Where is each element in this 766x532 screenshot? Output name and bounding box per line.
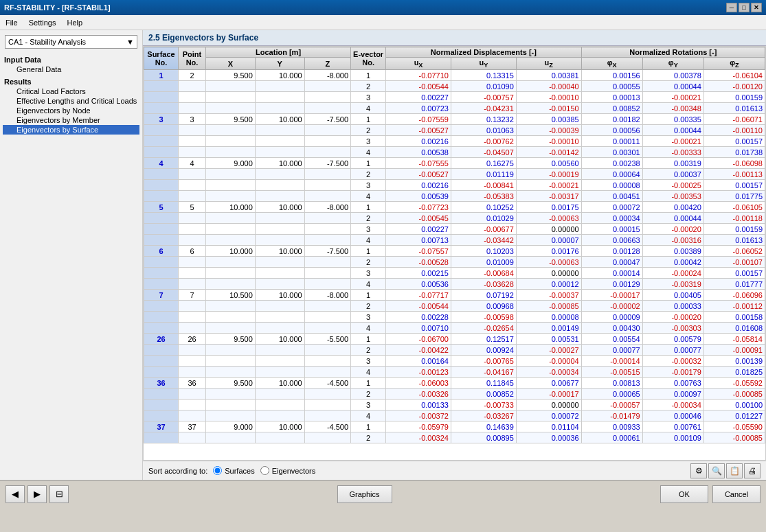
sidebar-item-eigenvectors-member[interactable]: Eigenvectors by Member (3, 115, 139, 125)
table-row: 2-0.003260.00852-0.000170.000650.00097-0… (144, 389, 765, 400)
col-uz: uZ (516, 58, 581, 70)
cell-uy: 0.01009 (451, 257, 516, 268)
sort-eigenvectors-label[interactable]: Eigenvectors (260, 466, 316, 475)
nav-fastforward-button[interactable]: ⊟ (49, 485, 69, 503)
toolbar-btn-1[interactable]: ⚙ (690, 463, 707, 478)
cell-x (206, 81, 256, 92)
cell-y: 10.000 (255, 202, 304, 213)
cell-uz: -0.00317 (516, 191, 581, 202)
cell-x (206, 312, 256, 323)
cell-phiY: 0.00319 (642, 158, 703, 169)
cell-surface-no (144, 268, 179, 279)
table-row: 37379.00010.000-4.5001-0.059790.146390.0… (144, 421, 765, 432)
cell-uz: -0.00034 (516, 367, 581, 378)
graphics-button[interactable]: Graphics (337, 485, 392, 503)
table-row: 30.00164-0.00765-0.00004-0.00014-0.00032… (144, 356, 765, 367)
title-text: RF-STABILITY - [RF-STABIL1] (4, 3, 111, 12)
cell-phiY: 0.00044 (642, 213, 703, 224)
cell-z (304, 147, 350, 158)
cell-point-no (179, 257, 206, 268)
nav-forward-button[interactable]: ▶ (27, 485, 47, 503)
sort-surfaces-label[interactable]: Surfaces (213, 466, 254, 475)
cell-uz: -0.00039 (516, 125, 581, 136)
ca-selector[interactable]: CA1 - Stability Analysis ▼ (5, 35, 137, 49)
ok-button[interactable]: OK (660, 485, 708, 503)
cell-x: 9.500 (206, 378, 256, 389)
cancel-button[interactable]: Cancel (712, 485, 761, 503)
cell-y (255, 81, 304, 92)
cell-evector: 4 (351, 410, 386, 421)
sidebar-item-eigenvectors-node[interactable]: Eigenvectors by Node (3, 106, 139, 115)
cell-x (206, 389, 256, 400)
input-data-header: Input Data (3, 55, 139, 65)
cell-uy: 0.16275 (451, 158, 516, 169)
cell-uy: -0.00677 (451, 224, 516, 235)
cell-phiX: -0.01479 (581, 410, 642, 421)
cell-uz: -0.00063 (516, 213, 581, 224)
cell-uz: 0.00381 (516, 70, 581, 81)
main-layout: CA1 - Stability Analysis ▼ Input Data Ge… (0, 30, 766, 480)
cell-uz: 0.00007 (516, 235, 581, 246)
cell-evector: 2 (351, 257, 386, 268)
table-row: 2-0.005270.01119-0.000190.000640.00037-0… (144, 169, 765, 180)
cell-evector: 2 (351, 301, 386, 312)
col-y: Y (255, 58, 304, 70)
menu-file[interactable]: File (3, 18, 21, 27)
cell-z (304, 191, 350, 202)
cell-evector: 4 (351, 279, 386, 290)
cell-phiX: 0.00852 (581, 103, 642, 114)
table-row: 40.00713-0.034420.000070.00663-0.003160.… (144, 235, 765, 246)
cell-z (304, 213, 350, 224)
sidebar-item-eigenvectors-surface[interactable]: Eigenvectors by Surface (3, 125, 139, 135)
cell-surface-no (144, 400, 179, 410)
menu-help[interactable]: Help (64, 18, 85, 27)
cell-uy: -0.00684 (451, 268, 516, 279)
table-row: 2-0.005440.00968-0.00085-0.000020.00033-… (144, 301, 765, 312)
toolbar-btn-2[interactable]: 🔍 (708, 463, 725, 478)
toolbar-btn-3[interactable]: 📋 (726, 463, 743, 478)
cell-evector: 2 (351, 81, 386, 92)
menu-settings[interactable]: Settings (26, 18, 59, 27)
cell-point-no (179, 136, 206, 147)
sort-surfaces-radio[interactable] (213, 466, 222, 475)
cell-evector: 4 (351, 323, 386, 334)
cell-phiX: 0.00055 (581, 81, 642, 92)
sort-eigenvectors-radio[interactable] (260, 466, 269, 475)
cell-point-no (179, 279, 206, 290)
cell-point-no: 4 (179, 158, 206, 169)
sidebar-item-general-data[interactable]: General Data (3, 65, 139, 74)
cell-phiZ: 0.01608 (703, 323, 765, 334)
toolbar-btn-4[interactable]: 🖨 (744, 463, 761, 478)
cell-phiY: 0.00335 (642, 114, 703, 125)
tree-section: Input Data General Data (0, 54, 142, 76)
minimize-button[interactable]: ─ (726, 3, 737, 12)
nav-back-button[interactable]: ◀ (5, 485, 25, 503)
cell-ux: 0.00133 (386, 400, 451, 410)
cell-y (255, 103, 304, 114)
cell-phiZ: -0.06104 (703, 70, 765, 81)
close-button[interactable]: ✕ (751, 3, 762, 12)
cell-surface-no (144, 345, 179, 356)
cell-y (255, 345, 304, 356)
sidebar-item-critical-load[interactable]: Critical Load Factors (3, 86, 139, 96)
cell-uy: -0.00841 (451, 180, 516, 191)
cell-surface-no: 5 (144, 202, 179, 213)
cell-uy: 0.12517 (451, 334, 516, 345)
cell-uy: -0.03628 (451, 279, 516, 290)
table-row: 2-0.005280.01009-0.000630.000470.00042-0… (144, 257, 765, 268)
cell-surface-no (144, 312, 179, 323)
cell-evector: 3 (351, 400, 386, 410)
cell-z (304, 103, 350, 114)
cell-x: 9.000 (206, 158, 256, 169)
col-uy: uY (451, 58, 516, 70)
table-row: 30.00228-0.005980.000080.00009-0.000200.… (144, 312, 765, 323)
cell-z (304, 400, 350, 410)
table-container[interactable]: SurfaceNo. PointNo. Location [m] E-vecto… (143, 46, 766, 461)
maximize-button[interactable]: □ (739, 3, 750, 12)
cell-x (206, 279, 256, 290)
cell-uz: 0.00385 (516, 114, 581, 125)
cell-z (304, 356, 350, 367)
cell-phiY: -0.00034 (642, 400, 703, 410)
sidebar-item-effective-lengths[interactable]: Effective Lengths and Critical Loads (3, 96, 139, 106)
cell-uz: 0.00677 (516, 378, 581, 389)
